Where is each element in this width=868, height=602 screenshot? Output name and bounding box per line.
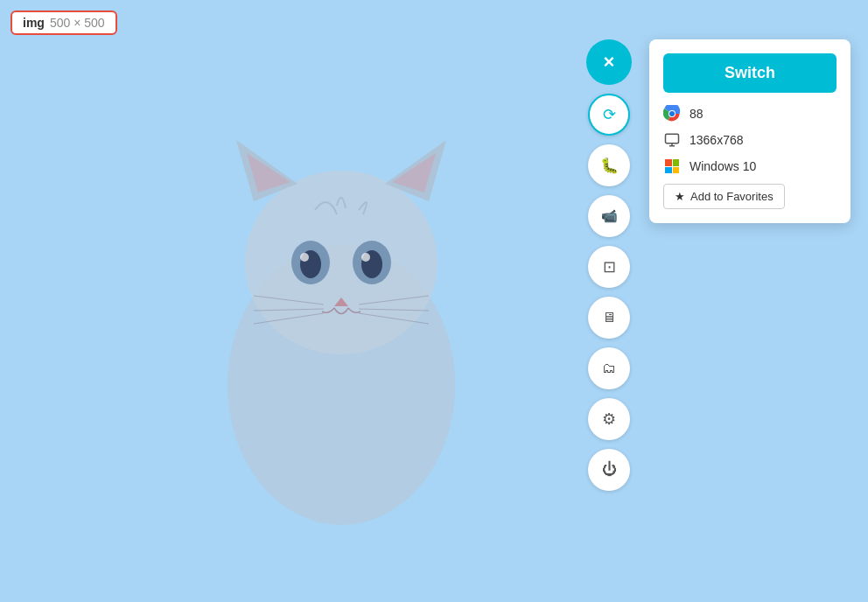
- toolbar: × ⟳ 🐛 📹 ⊡ 🖥 🗂 ⚙ ⏻: [586, 39, 632, 491]
- monitor-button[interactable]: 🖥: [588, 297, 630, 339]
- svg-point-11: [361, 253, 370, 262]
- video-icon: 📹: [601, 208, 618, 224]
- switch-label: Switch: [724, 64, 775, 81]
- os-value: Windows 10: [690, 159, 756, 173]
- cat-image: [175, 88, 508, 542]
- video-button[interactable]: 📹: [588, 195, 630, 237]
- svg-point-10: [300, 253, 309, 262]
- resolution-value: 1366x768: [690, 133, 744, 147]
- chrome-version: 88: [690, 107, 704, 121]
- add-favorites-label: Add to Favorites: [690, 190, 774, 203]
- star-icon: ★: [675, 190, 685, 203]
- windows-icon: [663, 158, 681, 175]
- folder-icon: 🗂: [602, 360, 616, 376]
- cat-image-container: [140, 52, 542, 578]
- add-favorites-button[interactable]: ★ Add to Favorites: [663, 184, 785, 209]
- main-area: img 500 × 500: [0, 0, 868, 602]
- bug-button[interactable]: 🐛: [588, 144, 630, 186]
- switch-button-popup[interactable]: Switch: [663, 53, 836, 93]
- screenshot-icon: ⊡: [603, 257, 616, 276]
- folder-button[interactable]: 🗂: [588, 347, 630, 389]
- tag-size: 500 × 500: [50, 16, 105, 30]
- screenshot-button[interactable]: ⊡: [588, 246, 630, 288]
- close-icon: ×: [604, 51, 615, 74]
- chrome-icon: [663, 105, 681, 122]
- close-button[interactable]: ×: [586, 39, 632, 85]
- power-button[interactable]: ⏻: [588, 449, 630, 491]
- tag-name: img: [23, 16, 45, 30]
- bug-icon: 🐛: [600, 157, 619, 175]
- os-row: Windows 10: [663, 158, 836, 175]
- settings-button[interactable]: ⚙: [588, 398, 630, 440]
- power-icon: ⏻: [602, 461, 617, 479]
- chrome-version-row: 88: [663, 105, 836, 122]
- switch-icon: ⟳: [603, 105, 616, 124]
- svg-rect-22: [666, 134, 679, 144]
- popup-panel: Switch 88: [649, 39, 850, 223]
- resolution-row: 1366x768: [663, 131, 836, 149]
- img-badge: img 500 × 500: [10, 10, 117, 35]
- svg-point-21: [669, 111, 675, 116]
- monitor-icon: 🖥: [602, 310, 616, 326]
- settings-icon: ⚙: [602, 410, 616, 429]
- resolution-monitor-icon: [663, 131, 681, 149]
- switch-button[interactable]: ⟳: [588, 94, 630, 136]
